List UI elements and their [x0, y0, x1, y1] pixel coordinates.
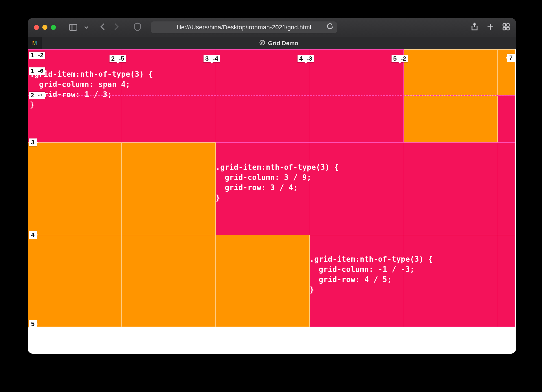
favorites-item[interactable]: M: [28, 37, 42, 50]
reload-button[interactable]: [327, 23, 333, 31]
svg-point-6: [260, 40, 265, 45]
tab-bar: M Grid Demo: [28, 37, 516, 49]
toolbar-right: [471, 23, 510, 32]
desktop-background: file:///Users/hina/Desktop/ironman-2021/…: [0, 0, 542, 392]
grid-col-label: 3 -4: [204, 55, 220, 62]
grid-line: [498, 235, 498, 327]
svg-rect-2: [503, 24, 506, 26]
nav-arrows: [100, 23, 119, 32]
privacy-shield-icon[interactable]: [134, 23, 141, 32]
traffic-lights: [34, 25, 56, 30]
grid-cell-orange: [404, 49, 498, 95]
url-text: file:///Users/hina/Desktop/ironman-2021/…: [177, 24, 311, 31]
grid-line: [498, 142, 498, 235]
new-tab-button[interactable]: [487, 23, 494, 32]
grid-col-label: 1 -2: [29, 52, 45, 59]
tab-title: Grid Demo: [268, 40, 298, 47]
sidebar-toggle-button[interactable]: [69, 24, 77, 31]
css-grid-demo: 1 -2 2 -5 3 -4 4 -3 5 -2 7: [28, 49, 515, 329]
grid-row-label: 5: [29, 320, 37, 328]
grid-col-label: 4 -3: [298, 55, 314, 62]
svg-rect-0: [69, 25, 77, 30]
code-block-3: .grid-item:nth-of-type(3) { grid-column:…: [310, 254, 433, 295]
titlebar: file:///Users/hina/Desktop/ironman-2021/…: [28, 18, 516, 37]
svg-rect-4: [503, 27, 506, 30]
svg-rect-5: [507, 27, 509, 30]
svg-rect-3: [507, 24, 509, 26]
forward-button[interactable]: [113, 23, 119, 32]
grid-row-label: 3: [29, 138, 37, 146]
tab-overview-button[interactable]: [502, 23, 510, 32]
grid-col-label: 5 -2: [392, 55, 408, 62]
grid-cell-orange: [122, 142, 216, 235]
share-button[interactable]: [471, 23, 478, 32]
grid-cell-orange: [404, 95, 498, 142]
code-block-2: .grid-item:nth-of-type(3) { grid-column:…: [216, 162, 339, 203]
tab-group-menu[interactable]: [84, 25, 89, 30]
compass-icon: [259, 40, 265, 47]
grid-line: [216, 49, 216, 142]
grid-cell-orange: [28, 235, 122, 327]
back-button[interactable]: [100, 23, 106, 32]
address-bar[interactable]: file:///Users/hina/Desktop/ironman-2021/…: [151, 21, 337, 33]
grid-line: [310, 49, 310, 142]
grid-line: [404, 142, 404, 235]
grid-cell-orange: [28, 142, 122, 235]
close-button[interactable]: [34, 25, 39, 30]
code-block-1: .grid-item:nth-of-type(3) { grid-column:…: [30, 69, 153, 110]
grid-cell-orange: [122, 235, 216, 327]
grid-cell-orange: [216, 235, 310, 327]
grid-col-label: 2 -5: [110, 55, 126, 62]
gmail-icon: M: [32, 40, 37, 47]
safari-window: file:///Users/hina/Desktop/ironman-2021/…: [28, 18, 516, 354]
grid-cell: [498, 95, 515, 142]
minimize-button[interactable]: [42, 25, 47, 30]
grid-col-label: 7: [507, 54, 515, 62]
maximize-button[interactable]: [51, 25, 56, 30]
grid-row-label: 4: [29, 231, 37, 239]
active-tab[interactable]: Grid Demo: [42, 40, 516, 47]
page-viewport[interactable]: 1 -2 2 -5 3 -4 4 -3 5 -2 7: [28, 49, 516, 354]
